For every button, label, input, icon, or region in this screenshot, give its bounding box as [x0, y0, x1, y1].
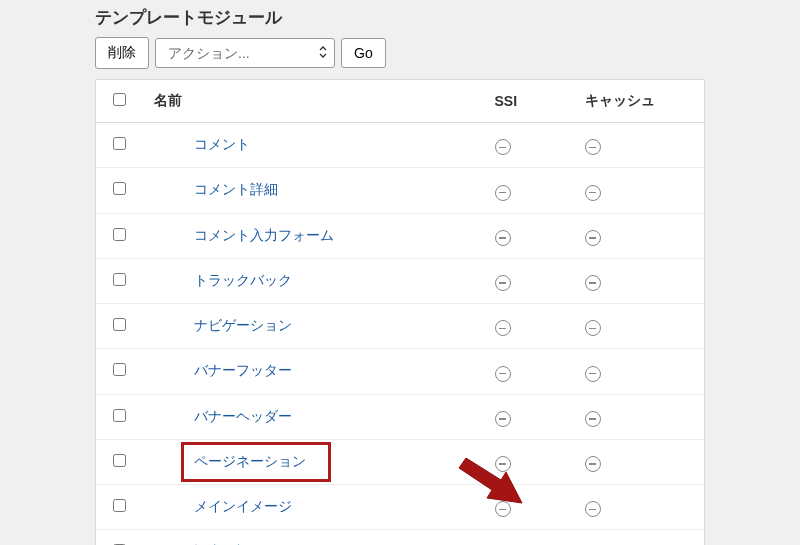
template-link[interactable]: コメント入力フォーム: [194, 227, 334, 243]
table-row: バナーヘッダー: [96, 394, 705, 439]
row-checkbox[interactable]: [113, 454, 126, 467]
status-off-icon: [585, 139, 601, 155]
row-checkbox[interactable]: [113, 137, 126, 150]
delete-button[interactable]: 削除: [95, 37, 149, 69]
status-off-icon: [585, 411, 601, 427]
template-link[interactable]: ページネーション: [194, 453, 306, 469]
go-button[interactable]: Go: [341, 38, 386, 68]
row-checkbox[interactable]: [113, 273, 126, 286]
status-off-icon: [495, 230, 511, 246]
column-header-ssi: SSI: [485, 80, 575, 123]
status-off-icon: [495, 366, 511, 382]
template-link[interactable]: トラックバック: [194, 272, 292, 288]
template-link[interactable]: ナビゲーション: [194, 317, 292, 333]
table-row: 記事の概要: [96, 530, 705, 545]
status-off-icon: [585, 366, 601, 382]
toolbar: 削除 アクション... Go: [95, 37, 705, 79]
column-header-cache: キャッシュ: [575, 80, 705, 123]
annotation-highlight-box: ページネーション: [181, 442, 331, 482]
table-row: バナーフッター: [96, 349, 705, 394]
row-checkbox[interactable]: [113, 182, 126, 195]
row-checkbox[interactable]: [113, 228, 126, 241]
action-select[interactable]: アクション...: [155, 38, 335, 68]
status-off-icon: [495, 275, 511, 291]
table-row: コメント: [96, 123, 705, 168]
select-all-header: [96, 80, 144, 123]
table-row: ページネーション: [96, 439, 705, 484]
column-header-name: 名前: [144, 80, 485, 123]
table-row: コメント詳細: [96, 168, 705, 213]
row-checkbox[interactable]: [113, 409, 126, 422]
table-row: メインイメージ: [96, 485, 705, 530]
status-off-icon: [585, 501, 601, 517]
status-off-icon: [495, 185, 511, 201]
status-off-icon: [585, 320, 601, 336]
template-link[interactable]: メインイメージ: [194, 498, 292, 514]
status-off-icon: [495, 139, 511, 155]
status-off-icon: [495, 411, 511, 427]
status-off-icon: [585, 230, 601, 246]
row-checkbox[interactable]: [113, 318, 126, 331]
status-off-icon: [585, 456, 601, 472]
status-off-icon: [495, 320, 511, 336]
row-checkbox[interactable]: [113, 499, 126, 512]
table-row: トラックバック: [96, 258, 705, 303]
page-title: テンプレートモジュール: [95, 6, 705, 37]
template-link[interactable]: バナーヘッダー: [194, 408, 292, 424]
select-all-checkbox[interactable]: [113, 93, 126, 106]
annotation-arrow-icon: [454, 448, 524, 508]
status-off-icon: [585, 185, 601, 201]
template-link[interactable]: コメント詳細: [194, 181, 278, 197]
status-off-icon: [585, 275, 601, 291]
template-link[interactable]: コメント: [194, 136, 250, 152]
template-link[interactable]: バナーフッター: [194, 362, 292, 378]
table-row: コメント入力フォーム: [96, 213, 705, 258]
template-table: 名前 SSI キャッシュ コメントコメント詳細コメント入力フォームトラックバック…: [95, 79, 705, 545]
table-row: ナビゲーション: [96, 304, 705, 349]
row-checkbox[interactable]: [113, 363, 126, 376]
